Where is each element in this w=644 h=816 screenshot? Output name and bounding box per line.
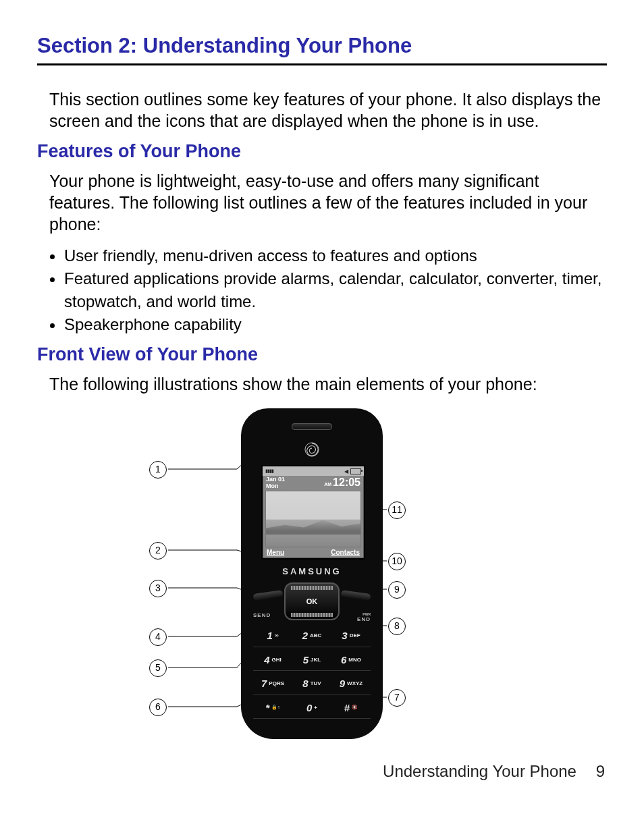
front-view-intro: The following illustrations show the mai… xyxy=(37,373,607,395)
title-rule xyxy=(37,63,607,65)
carrier-logo-icon xyxy=(304,442,319,457)
feature-item: Featured applications provide alarms, ca… xyxy=(64,267,607,313)
intro-paragraph: This section outlines some key features … xyxy=(37,88,607,132)
phone-figure: 1 2 3 4 5 6 11 10 9 8 7 ▮▮▮▮ ◀ xyxy=(146,408,498,746)
callout-2: 2 xyxy=(149,542,167,560)
phone-illustration: ▮▮▮▮ ◀ Jan 01 Mon AM12:05 Menu C xyxy=(241,408,383,739)
phone-screen: ▮▮▮▮ ◀ Jan 01 Mon AM12:05 Menu C xyxy=(261,465,365,560)
section-title: Section 2: Understanding Your Phone xyxy=(37,34,607,58)
key-9: 9WXYZ xyxy=(331,672,371,695)
callout-8: 8 xyxy=(388,618,406,635)
earpiece-icon xyxy=(292,423,332,430)
key-0: 0+ xyxy=(292,697,331,719)
key-1: 1∞ xyxy=(253,624,292,647)
screen-time: AM12:05 xyxy=(324,477,360,489)
status-bar: ▮▮▮▮ ◀ xyxy=(263,466,364,476)
left-soft-button xyxy=(253,590,284,601)
speaker-icon: ◀ xyxy=(344,468,348,474)
heading-front-view: Front View of Your Phone xyxy=(37,344,607,365)
key-4: 4GHI xyxy=(253,649,292,672)
softkey-right-label: Contacts xyxy=(331,549,360,556)
features-list: User friendly, menu-driven access to fea… xyxy=(37,244,607,336)
page-number: 9 xyxy=(596,762,605,780)
callout-4: 4 xyxy=(149,628,167,646)
key-star: *🔒↑ xyxy=(253,697,292,719)
callout-7: 7 xyxy=(388,689,406,707)
wallpaper-image xyxy=(265,491,361,547)
key-hash: #🔇 xyxy=(331,697,371,719)
key-5: 5JKL xyxy=(292,649,331,672)
dpad-up-icon xyxy=(291,586,333,590)
key-6: 6MNO xyxy=(331,649,371,672)
ok-button-label: OK xyxy=(306,597,318,605)
footer-chapter: Understanding Your Phone xyxy=(383,762,576,780)
key-7: 7PQRS xyxy=(253,672,292,695)
callout-11: 11 xyxy=(388,501,406,519)
signal-icon: ▮▮▮▮ xyxy=(265,468,273,474)
callout-9: 9 xyxy=(388,581,406,599)
callout-6: 6 xyxy=(149,699,167,716)
brand-label: SAMSUNG xyxy=(241,566,383,576)
callout-1: 1 xyxy=(149,461,167,479)
callout-10: 10 xyxy=(388,553,406,570)
callout-5: 5 xyxy=(149,659,167,677)
screen-day: Mon xyxy=(266,483,285,489)
end-key-label: PWR END xyxy=(357,612,371,622)
callout-3: 3 xyxy=(149,580,167,597)
key-2: 2ABC xyxy=(292,624,331,647)
right-soft-button xyxy=(341,590,371,601)
heading-features: Features of Your Phone xyxy=(37,141,607,162)
feature-item: User friendly, menu-driven access to fea… xyxy=(64,244,607,267)
features-intro: Your phone is lightweight, easy-to-use a… xyxy=(37,170,607,235)
key-8: 8TUV xyxy=(292,672,331,695)
keypad: 1∞ 2ABC 3DEF 4GHI 5JKL 6MNO 7PQRS 8TUV 9… xyxy=(253,624,371,719)
key-3: 3DEF xyxy=(331,624,371,647)
send-key-label: SEND xyxy=(253,612,271,622)
battery-icon xyxy=(350,468,361,474)
page-footer: Understanding Your Phone 9 xyxy=(383,762,605,781)
feature-item: Speakerphone capability xyxy=(64,313,607,336)
softkey-left-label: Menu xyxy=(267,549,284,556)
